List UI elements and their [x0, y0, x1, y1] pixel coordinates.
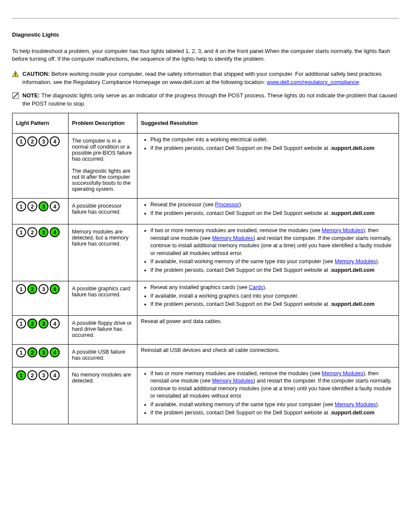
led-2-icon: 2	[27, 318, 37, 329]
light-pattern-cell: 1234	[12, 224, 68, 281]
note-callout: NOTE: The diagnostic lights only serve a…	[12, 92, 399, 108]
led-2-icon: 2	[27, 227, 37, 237]
led-3-icon: 3	[38, 318, 49, 329]
led-2-icon: 2	[27, 370, 37, 380]
led-2-icon: 2	[27, 284, 37, 294]
led-1-icon: 1	[16, 284, 26, 294]
diagnostic-table: Light Pattern Problem Description Sugges…	[12, 113, 399, 424]
led-4-icon: 4	[50, 284, 60, 294]
svg-text:1: 1	[19, 203, 22, 210]
col-resolution: Suggested Resolution	[137, 113, 399, 134]
svg-text:3: 3	[42, 286, 45, 292]
problem-desc-cell: Memory modules are detected, but a memor…	[68, 224, 137, 281]
led-3-icon: 3	[38, 136, 49, 146]
doc-link[interactable]: Cards	[249, 284, 263, 290]
resolution-item: If available, install working memory of …	[150, 401, 395, 409]
note-label: NOTE:	[22, 92, 41, 99]
resolution-item: If the problem persists, contact Dell Su…	[150, 409, 395, 417]
svg-text:2: 2	[31, 320, 34, 327]
doc-link[interactable]: Memory Modules	[212, 378, 253, 384]
caution-label: CAUTION:	[22, 71, 51, 77]
resolution-item: If the problem persists, contact Dell Su…	[150, 145, 395, 152]
svg-text:4: 4	[53, 229, 56, 236]
resolution-item: If the problem persists, contact Dell Su…	[150, 267, 395, 274]
resolution-text: Reseat all power and data cables.	[141, 318, 395, 324]
led-3-icon: 3	[38, 227, 49, 237]
table-row: 1234Memory modules are detected, but a m…	[12, 224, 399, 281]
svg-text:4: 4	[53, 138, 56, 145]
resolution-item: If the problem persists, contact Dell Su…	[150, 301, 395, 308]
light-pattern-cell: 1234	[12, 281, 68, 316]
resolution-item: Reseat any installed graphics cards (see…	[150, 284, 395, 292]
doc-link[interactable]: Memory Modules	[212, 235, 253, 241]
light-pattern-cell: 1234	[12, 367, 68, 424]
warning-icon	[12, 71, 20, 78]
led-4-icon: 4	[50, 347, 60, 358]
section-subtitle: Diagnostic Lights	[12, 31, 399, 38]
led-1-icon: 1	[16, 318, 26, 329]
svg-text:2: 2	[31, 229, 34, 236]
resolution-text: Reinstall all USB devices and check all …	[141, 347, 395, 353]
svg-text:3: 3	[42, 349, 45, 355]
doc-link[interactable]: Memory Modules	[322, 227, 363, 233]
light-pattern-cell: 1234	[12, 199, 68, 224]
led-1-icon: 1	[16, 136, 26, 146]
top-rule	[12, 18, 399, 19]
resolution-item: If available, install a working graphics…	[150, 292, 395, 300]
svg-text:3: 3	[42, 138, 45, 145]
svg-text:2: 2	[31, 203, 34, 210]
led-3-icon: 3	[38, 201, 49, 212]
note-text: The diagnostic lights only serve as an i…	[22, 92, 397, 107]
led-4-icon: 4	[50, 136, 60, 146]
led-2-icon: 2	[27, 347, 37, 358]
lead-paragraph: To help troubleshoot a problem, your com…	[12, 47, 399, 62]
svg-text:2: 2	[31, 349, 34, 355]
svg-text:2: 2	[31, 138, 34, 145]
light-pattern-cell: 1234	[12, 344, 68, 367]
table-row: 1234A possible graphics card failure has…	[12, 281, 399, 316]
svg-text:4: 4	[53, 349, 56, 355]
resolution-cell: Reseat the processor (see Processor).If …	[137, 199, 399, 224]
led-4-icon: 4	[50, 370, 60, 380]
col-problem-desc: Problem Description	[68, 113, 137, 134]
problem-desc-cell: A possible graphics card failure has occ…	[68, 281, 137, 316]
led-1-icon: 1	[16, 370, 26, 380]
doc-link[interactable]: Memory Modules	[335, 258, 376, 264]
light-pattern-cell: 1234	[12, 134, 68, 199]
led-4-icon: 4	[50, 201, 60, 212]
problem-desc-cell: A possible processor failure has occurre…	[68, 199, 137, 224]
svg-text:4: 4	[53, 203, 56, 210]
doc-link[interactable]: Memory Modules	[322, 370, 363, 376]
svg-text:3: 3	[42, 320, 45, 327]
resolution-cell: Reinstall all USB devices and check all …	[137, 344, 399, 367]
light-pattern-cell: 1234	[12, 315, 68, 344]
led-2-icon: 2	[27, 201, 37, 212]
led-4-icon: 4	[50, 227, 60, 237]
svg-text:3: 3	[42, 203, 45, 210]
svg-rect-2	[15, 75, 16, 76]
table-row: 1234A possible floppy drive or hard driv…	[12, 315, 399, 344]
regulatory-link[interactable]: www.dell.com/regulatory_compliance	[267, 79, 359, 85]
svg-rect-1	[15, 73, 16, 75]
svg-text:1: 1	[19, 138, 22, 145]
led-1-icon: 1	[16, 347, 26, 358]
led-3-icon: 3	[38, 347, 49, 358]
svg-text:4: 4	[53, 286, 56, 292]
problem-desc-cell: A possible floppy drive or hard drive fa…	[68, 315, 137, 344]
led-3-icon: 3	[38, 370, 49, 380]
resolution-cell: Plug the computer into a working electri…	[137, 134, 399, 199]
svg-text:1: 1	[19, 320, 22, 327]
resolution-item: Plug the computer into a working electri…	[150, 136, 395, 144]
svg-text:1: 1	[19, 372, 22, 378]
resolution-item: If the problem persists, contact Dell Su…	[150, 210, 395, 218]
doc-link[interactable]: Processor	[215, 202, 239, 208]
svg-text:2: 2	[31, 286, 34, 292]
resolution-cell: Reseat all power and data cables.	[137, 315, 399, 344]
svg-text:3: 3	[42, 372, 45, 378]
doc-link[interactable]: Memory Modules	[335, 401, 376, 408]
svg-text:2: 2	[31, 372, 34, 378]
svg-text:1: 1	[19, 286, 22, 292]
resolution-item: If available, install working memory of …	[150, 258, 395, 266]
svg-text:4: 4	[53, 372, 56, 378]
svg-text:4: 4	[53, 320, 56, 327]
